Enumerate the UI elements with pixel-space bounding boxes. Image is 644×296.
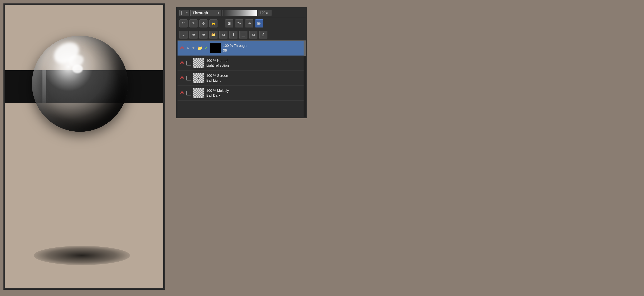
grid-select-icon: ⊞ xyxy=(228,21,231,26)
layers-list: 👁 ✎ ▼ 📁 ✔ 100 % Through 06 👁 xyxy=(178,41,306,117)
opacity-stepper-icon: ▲ ▼ xyxy=(266,11,268,15)
canvas-inner xyxy=(5,5,163,288)
layers-panel: ▾ Through ▾ 100 ▲ ▼ ⬚ xyxy=(176,7,307,118)
eye-icon[interactable]: 👁 xyxy=(180,46,184,51)
new-layer-icon: ⊕ xyxy=(192,33,195,37)
new-folder-icon: 📂 xyxy=(211,33,216,37)
lock-box xyxy=(186,76,191,80)
lock-box xyxy=(186,61,191,66)
ball-highlight xyxy=(72,64,83,73)
layers-list-inner: 👁 ✎ ▼ 📁 ✔ 100 % Through 06 👁 xyxy=(178,41,304,117)
folder-icon: 📁 xyxy=(197,46,202,51)
layer-info: 100 % Through 06 xyxy=(223,44,301,53)
eye-icon[interactable]: 👁 xyxy=(180,90,184,96)
layer-item[interactable]: 👁 ✎ ▼ 📁 ✔ 100 % Through 06 xyxy=(178,41,304,56)
arrow-button[interactable]: ↗ ▾ xyxy=(245,20,253,28)
expand-icon[interactable]: ▼ xyxy=(192,46,196,50)
lock-image-button[interactable]: ✎ xyxy=(190,20,198,28)
layer-info: 100 % Screen Ball Light xyxy=(206,74,301,82)
canvas-panel xyxy=(4,4,165,290)
new-layer-button[interactable]: ⊕ xyxy=(190,31,198,39)
toolbar-row2: ⬚ ✎ ✛ 🔒 ⊞ ↻ ▾ ↗ ▾ ▣ xyxy=(178,18,306,29)
scrollbar[interactable] xyxy=(304,41,306,117)
layer-mode: 100 % Multiply xyxy=(206,89,301,93)
layer-name: 06 xyxy=(223,48,301,53)
layer-name: Ball Light xyxy=(206,78,301,82)
new-group-icon: ⊕ xyxy=(202,33,205,37)
layer-item[interactable]: 👁 100 % Multiply Ball Dark xyxy=(178,86,304,101)
blend-mode-chevron-icon: ▾ xyxy=(218,11,219,14)
delete-layer-button[interactable]: 🗑 xyxy=(259,31,268,39)
add-mask-button[interactable]: ⬛ xyxy=(240,31,248,39)
move-icon: ✛ xyxy=(202,21,205,26)
layer-mode: 100 % Normal xyxy=(206,59,301,63)
layer-thumbnail xyxy=(210,43,221,54)
copy-merged-button[interactable]: ⧉ xyxy=(250,31,258,39)
arrow-icon: ↗ xyxy=(247,21,250,26)
opacity-value-box[interactable]: 100 ▲ ▼ xyxy=(258,10,272,16)
blend-mode-dropdown[interactable]: Through ▾ xyxy=(190,10,221,16)
layer-thumbnail xyxy=(193,58,204,68)
filter-icon: ↻ xyxy=(237,21,240,26)
layer-mode: 100 % Screen xyxy=(206,74,301,78)
new-group-button[interactable]: ⊕ xyxy=(200,31,208,39)
layer-thumbnail xyxy=(193,88,204,98)
filter-button[interactable]: ↻ ▾ xyxy=(235,20,243,28)
color-picker-button[interactable]: ▣ ▾ xyxy=(255,20,263,28)
toolbar-row1: ▾ Through ▾ 100 ▲ ▼ xyxy=(178,8,306,18)
glass-ball xyxy=(32,36,128,132)
layer-item[interactable]: 👁 100 % Screen Ball Light xyxy=(178,71,304,86)
copy-merged-icon: ⧉ xyxy=(252,33,255,37)
chevron-down-icon: ▾ xyxy=(186,11,188,14)
eye-icon[interactable]: 👁 xyxy=(180,60,184,66)
layer-mode: 100 % Through xyxy=(223,44,301,48)
layers-menu-button[interactable]: ≡ xyxy=(180,31,188,39)
ball-container xyxy=(32,36,128,132)
layer-name: Light reflection xyxy=(206,64,301,68)
blend-mode-label: Through xyxy=(192,11,208,15)
check-icon: ✔ xyxy=(204,46,208,50)
lock-transparent-icon: ⬚ xyxy=(182,21,185,26)
layers-menu-icon: ≡ xyxy=(182,33,185,37)
square-icon xyxy=(181,11,186,15)
color-picker-chevron-icon: ▾ xyxy=(260,22,261,24)
lock-transparent-button[interactable]: ⬚ xyxy=(180,20,188,28)
opacity-number: 100 xyxy=(260,11,266,15)
delete-icon: 🗑 xyxy=(262,33,265,37)
pencil-icon: ✎ xyxy=(186,46,190,50)
color-picker-icon: ▣ xyxy=(257,21,260,26)
scrollbar-thumb[interactable] xyxy=(304,41,306,56)
lock-icon: 🔒 xyxy=(211,21,216,26)
layer-info: 100 % Multiply Ball Dark xyxy=(206,89,301,98)
layer-name: Ball Dark xyxy=(206,94,301,98)
duplicate-icon: ⧉ xyxy=(222,33,225,37)
duplicate-layer-button[interactable]: ⧉ xyxy=(220,31,228,39)
app-container: ▾ Through ▾ 100 ▲ ▼ ⬚ xyxy=(0,0,644,296)
auto-select-button[interactable]: ⊞ xyxy=(225,20,233,28)
lock-box xyxy=(186,91,191,96)
toolbar-row3: ≡ ⊕ ⊕ 📂 ⧉ ⬇ ⬛ ⧉ 🗑 xyxy=(178,29,306,41)
layer-thumbnail xyxy=(193,73,204,83)
layer-info: 100 % Normal Light reflection xyxy=(206,59,301,68)
paintbrush-icon: ✎ xyxy=(192,21,195,26)
layer-type-selector[interactable]: ▾ xyxy=(180,10,189,16)
layer-item[interactable]: 👁 100 % Normal Light reflection xyxy=(178,56,304,71)
new-folder-button[interactable]: 📂 xyxy=(210,31,218,39)
ball-shadow xyxy=(34,246,130,265)
filter-chevron-icon: ▾ xyxy=(240,22,241,24)
mask-icon: ⬛ xyxy=(241,33,246,37)
eye-icon[interactable]: 👁 xyxy=(180,76,184,81)
merge-down-icon: ⬇ xyxy=(232,33,235,37)
opacity-gradient xyxy=(222,10,257,16)
merge-down-button[interactable]: ⬇ xyxy=(230,31,238,39)
lock-position-button[interactable]: ✛ xyxy=(200,20,208,28)
arrow-chevron-icon: ▾ xyxy=(250,22,251,24)
lock-all-button[interactable]: 🔒 xyxy=(210,20,218,28)
